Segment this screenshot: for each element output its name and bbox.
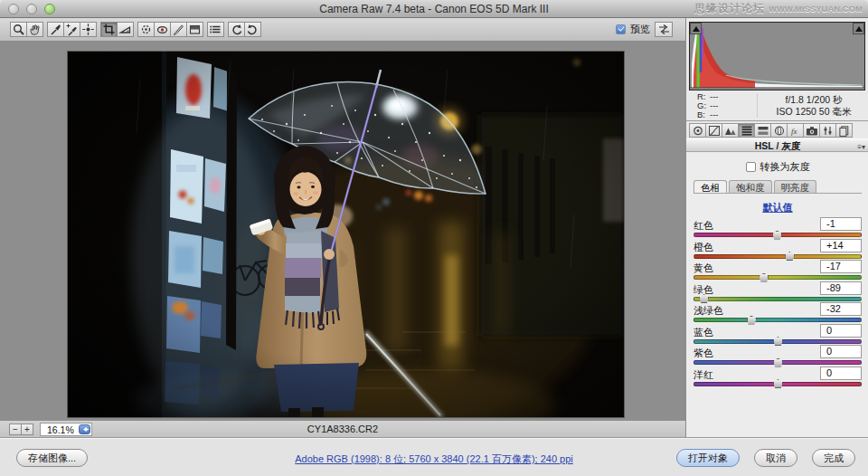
hsl-subtab-1[interactable]: 饱和度 (729, 180, 772, 193)
panel-tab-presets[interactable] (819, 123, 836, 138)
hue-slider-row-3: 绿色-89 (693, 282, 862, 304)
hue-slider-thumb[interactable] (773, 379, 783, 388)
hue-slider-thumb[interactable] (772, 231, 782, 240)
hue-slider-row-0: 红色-1 (693, 218, 862, 240)
shadow-clipping-warning-button[interactable] (690, 23, 702, 34)
panel-tab-snapshots[interactable] (835, 123, 853, 138)
hue-slider-track[interactable] (693, 254, 862, 259)
targeted-adjustment-tool-button[interactable] (80, 22, 97, 37)
hue-slider-value-field[interactable]: 0 (820, 367, 862, 380)
basic-icon (691, 125, 705, 137)
info-divider (757, 93, 758, 118)
spot-removal-icon (139, 23, 153, 36)
red-eye-tool-button[interactable] (154, 22, 171, 37)
hue-slider-value-field[interactable]: +14 (820, 239, 862, 252)
detail-icon (723, 125, 738, 137)
panel-header: HSL / 灰度 ≡▾ (686, 138, 868, 152)
hue-slider-label: 洋红 (693, 368, 713, 382)
done-button[interactable]: 完成 (812, 449, 855, 467)
svg-text:fx: fx (791, 127, 797, 136)
hue-slider-track[interactable] (693, 233, 862, 237)
watermark-text: 思缘设计论坛 (694, 2, 765, 14)
hue-slider-value-field[interactable]: -89 (820, 281, 862, 295)
panel-tab-detail[interactable] (722, 123, 739, 138)
convert-to-grayscale-label: 转换为灰度 (760, 160, 810, 174)
tone-curve-icon (707, 125, 722, 137)
preferences-tool-button[interactable] (207, 22, 224, 37)
image-preview[interactable] (68, 52, 624, 417)
hue-slider-track[interactable] (693, 339, 862, 344)
panel-tab-bar: fx (689, 123, 852, 138)
preview-checkbox[interactable] (616, 24, 626, 34)
hue-slider-label: 浅绿色 (693, 304, 723, 318)
zoom-tool-button[interactable] (10, 22, 27, 37)
panel-tab-effects[interactable]: fx (787, 123, 804, 138)
crop-tool-button[interactable] (100, 22, 118, 37)
cancel-button[interactable]: 取消 (754, 449, 797, 467)
hue-slider-value-field[interactable]: -32 (820, 302, 862, 316)
shadow-clipping-icon (693, 26, 700, 32)
panel-tab-camera-calibration[interactable] (803, 123, 820, 138)
hue-slider-row-7: 洋红0 (693, 367, 862, 389)
workflow-options-link[interactable]: Adobe RGB (1998): 8 位; 5760 x 3840 (22.1… (295, 453, 573, 464)
effects-icon: fx (788, 125, 803, 137)
hue-slider-value-field[interactable]: 0 (820, 324, 862, 338)
hsl-subtab-0[interactable]: 色相 (693, 180, 727, 193)
watermark: 思缘设计论坛 WWW.MISSYUAN.COM (694, 1, 863, 16)
hand-icon (28, 23, 42, 36)
exposure-info: f/1.8 1/200 秒 ISO 1250 50 毫米 (762, 94, 865, 118)
white-balance-tool-button[interactable] (47, 22, 64, 37)
panel-menu-icon[interactable]: ≡▾ (857, 141, 865, 154)
panel-tab-hsl-grayscale[interactable] (738, 123, 755, 138)
white-balance-icon (49, 23, 62, 36)
toggle-fullscreen-button[interactable] (655, 22, 673, 37)
defaults-link[interactable]: 默认值 (763, 202, 793, 213)
convert-to-grayscale-checkbox[interactable] (746, 162, 756, 172)
hue-slider-track[interactable] (693, 275, 862, 280)
rotate-left-tool-button[interactable] (228, 22, 245, 37)
hue-slider-track[interactable] (693, 297, 862, 301)
hue-slider-value-field[interactable]: -1 (820, 217, 862, 231)
image-canvas (0, 42, 685, 420)
exposure-line1: f/1.8 1/200 秒 (762, 94, 865, 106)
hue-slider-track[interactable] (693, 360, 862, 365)
panel-tab-basic[interactable] (689, 123, 706, 138)
toolbar-tools (10, 22, 260, 37)
panel-tab-lens-corrections[interactable] (770, 123, 788, 138)
hue-slider-thumb[interactable] (773, 358, 783, 367)
hsl-subtab-2[interactable]: 明亮度 (774, 180, 817, 193)
photo-night-rain-scene (68, 52, 624, 417)
crop-icon (102, 23, 116, 36)
hue-slider-thumb[interactable] (747, 316, 757, 325)
open-object-button[interactable]: 打开对象 (676, 449, 740, 467)
hue-slider-label: 黄色 (693, 262, 713, 275)
hue-slider-track[interactable] (693, 382, 862, 386)
straighten-tool-button[interactable] (117, 22, 134, 37)
straighten-icon (118, 23, 132, 36)
b-value: --- (710, 110, 719, 119)
color-sampler-tool-button[interactable] (63, 22, 80, 37)
hue-slider-thumb[interactable] (785, 252, 795, 261)
graduated-filter-tool-button[interactable] (186, 22, 203, 37)
adjustment-brush-tool-button[interactable] (170, 22, 187, 37)
panel-tab-split-toning[interactable] (754, 123, 771, 138)
hue-slider-value-field[interactable]: 0 (820, 345, 862, 358)
snapshots-icon (837, 125, 852, 137)
hue-slider-value-field[interactable]: -17 (820, 260, 862, 273)
camera-raw-window: Camera Raw 7.4 beta - Canon EOS 5D Mark … (0, 0, 868, 476)
highlight-clipping-icon (855, 26, 863, 32)
hue-slider-track[interactable] (693, 318, 862, 322)
panel-tab-tone-curve[interactable] (705, 123, 722, 138)
hue-slider-thumb[interactable] (759, 273, 769, 282)
targeted-adjustment-icon (81, 23, 95, 36)
lens-corrections-icon (772, 125, 787, 137)
rgb-readout: R:--- G:--- B:--- (697, 92, 719, 119)
highlight-clipping-warning-button[interactable] (853, 23, 864, 34)
spot-removal-tool-button[interactable] (137, 22, 155, 37)
rotate-left-icon (230, 23, 243, 36)
hue-slider-thumb[interactable] (773, 337, 783, 346)
rotate-right-tool-button[interactable] (244, 22, 261, 37)
camera-calibration-icon (805, 125, 819, 137)
hand-tool-button[interactable] (26, 22, 43, 37)
preview-area: 预览 (616, 22, 673, 37)
